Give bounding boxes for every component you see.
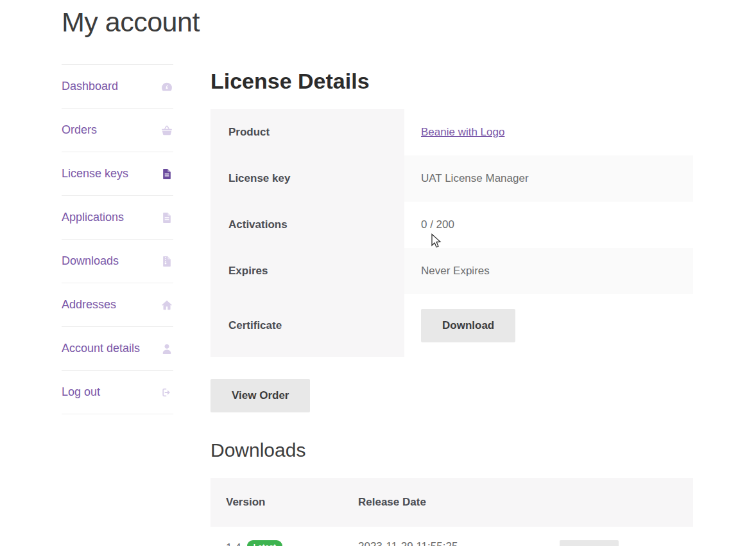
sidebar-item-applications[interactable]: Applications (62, 196, 173, 240)
latest-badge: Latest (247, 540, 282, 546)
row-label: License key (210, 155, 404, 202)
row-value: UAT License Manager (404, 155, 693, 202)
home-icon (160, 299, 173, 312)
downloads-table-header: Version Release Date (210, 478, 693, 527)
row-label: Certificate (210, 294, 404, 357)
user-icon (160, 342, 173, 355)
table-row: 1.4 Latest 2023-11-29 11:55:25 (210, 527, 693, 546)
file-text-icon (160, 168, 173, 181)
dashboard-icon (160, 80, 173, 93)
file-archive-icon (160, 255, 173, 268)
sidebar-item-label[interactable]: License keys (62, 167, 128, 181)
row-label: Activations (210, 202, 404, 248)
license-details-table: Product Beanie with Logo License key UAT… (210, 109, 693, 357)
release-date-cell: 2023-11-29 11:55:25 (358, 540, 560, 546)
sidebar-item-dashboard[interactable]: Dashboard (62, 65, 173, 109)
downloads-table: Version Release Date 1.4 Latest 2023-11-… (210, 478, 693, 546)
row-value: Beanie with Logo (404, 109, 693, 155)
row-value: 0 / 200 (404, 202, 693, 248)
sidebar-item-orders[interactable]: Orders (62, 109, 173, 152)
sign-out-icon (160, 386, 173, 399)
sidebar-item-label[interactable]: Dashboard (62, 80, 118, 93)
product-link[interactable]: Beanie with Logo (421, 126, 504, 139)
sidebar-item-label[interactable]: Log out (62, 385, 100, 399)
sidebar-item-account-details[interactable]: Account details (62, 327, 173, 371)
sidebar-item-license-keys[interactable]: License keys (62, 152, 173, 196)
account-navigation: Dashboard Orders License keys Applicatio… (62, 64, 173, 414)
sidebar-item-downloads[interactable]: Downloads (62, 240, 173, 283)
my-account-page: My account Dashboard Orders License keys… (0, 0, 756, 546)
file-text-icon (160, 211, 173, 224)
row-label: Expires (210, 248, 404, 294)
row-label: Product (210, 109, 404, 155)
table-row: Expires Never Expires (210, 248, 693, 294)
row-value: Never Expires (404, 248, 693, 294)
main-content: License Details Product Beanie with Logo… (210, 64, 693, 546)
sidebar-item-addresses[interactable]: Addresses (62, 283, 173, 327)
basket-icon (160, 124, 173, 137)
table-row: Activations 0 / 200 (210, 202, 693, 248)
version-cell: 1.4 Latest (210, 540, 358, 546)
license-details-heading: License Details (210, 68, 693, 94)
sidebar-item-label[interactable]: Applications (62, 211, 124, 224)
table-row: License key UAT License Manager (210, 155, 693, 202)
sidebar-item-label[interactable]: Addresses (62, 298, 116, 312)
page-title: My account (62, 6, 200, 38)
sidebar-item-log-out[interactable]: Log out (62, 371, 173, 414)
version-download-button[interactable] (560, 540, 619, 546)
sidebar-item-label[interactable]: Downloads (62, 254, 119, 268)
view-order-button[interactable]: View Order (210, 379, 310, 412)
sidebar-item-label[interactable]: Orders (62, 123, 97, 137)
sidebar-item-label[interactable]: Account details (62, 342, 140, 355)
column-header-release-date: Release Date (358, 496, 560, 509)
downloads-heading: Downloads (210, 438, 693, 462)
column-header-version: Version (210, 496, 358, 509)
table-row: Certificate Download (210, 294, 693, 357)
table-row: Product Beanie with Logo (210, 109, 693, 155)
action-cell (560, 540, 693, 546)
row-value: Download (404, 294, 693, 357)
certificate-download-button[interactable]: Download (421, 309, 515, 342)
version-number: 1.4 (226, 542, 241, 546)
